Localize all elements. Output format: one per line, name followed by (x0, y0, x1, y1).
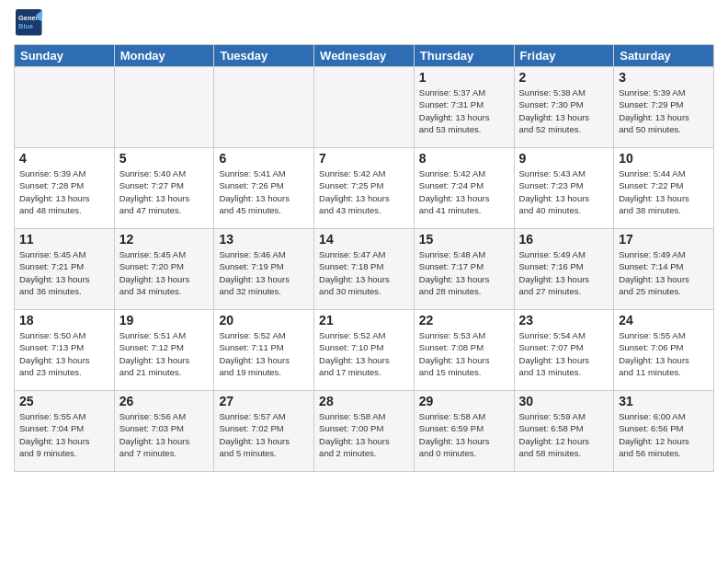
calendar-cell: 25Sunrise: 5:55 AM Sunset: 7:04 PM Dayli… (15, 391, 115, 472)
calendar-cell: 11Sunrise: 5:45 AM Sunset: 7:21 PM Dayli… (15, 229, 115, 310)
weekday-header-saturday: Saturday (614, 45, 714, 67)
calendar-cell: 24Sunrise: 5:55 AM Sunset: 7:06 PM Dayli… (614, 310, 714, 391)
day-info: Sunrise: 5:43 AM Sunset: 7:23 PM Dayligh… (519, 167, 609, 216)
day-info: Sunrise: 5:45 AM Sunset: 7:21 PM Dayligh… (19, 248, 109, 297)
day-info: Sunrise: 6:00 AM Sunset: 6:56 PM Dayligh… (619, 410, 709, 459)
calendar-cell: 7Sunrise: 5:42 AM Sunset: 7:25 PM Daylig… (314, 148, 415, 229)
day-number: 23 (519, 313, 609, 327)
weekday-header-thursday: Thursday (414, 45, 514, 67)
calendar-cell: 8Sunrise: 5:42 AM Sunset: 7:24 PM Daylig… (414, 148, 514, 229)
day-info: Sunrise: 5:55 AM Sunset: 7:06 PM Dayligh… (619, 329, 709, 378)
calendar-cell: 31Sunrise: 6:00 AM Sunset: 6:56 PM Dayli… (614, 391, 714, 472)
day-info: Sunrise: 5:57 AM Sunset: 7:02 PM Dayligh… (219, 410, 309, 459)
calendar-cell: 5Sunrise: 5:40 AM Sunset: 7:27 PM Daylig… (114, 148, 214, 229)
day-info: Sunrise: 5:49 AM Sunset: 7:16 PM Dayligh… (519, 248, 609, 297)
day-number: 29 (419, 394, 509, 408)
weekday-header-friday: Friday (514, 45, 614, 67)
calendar-cell (214, 67, 314, 148)
page-header: General Blue (14, 9, 714, 37)
calendar-cell (114, 67, 214, 148)
calendar-week-2: 4Sunrise: 5:39 AM Sunset: 7:28 PM Daylig… (15, 148, 714, 229)
calendar-cell: 3Sunrise: 5:39 AM Sunset: 7:29 PM Daylig… (614, 67, 714, 148)
calendar-table: SundayMondayTuesdayWednesdayThursdayFrid… (14, 44, 714, 472)
weekday-header-sunday: Sunday (15, 45, 115, 67)
day-number: 16 (519, 232, 609, 247)
svg-text:Blue: Blue (18, 22, 33, 30)
calendar-week-1: 1Sunrise: 5:37 AM Sunset: 7:31 PM Daylig… (15, 67, 714, 148)
logo-icon: General Blue (16, 9, 43, 37)
day-number: 12 (119, 232, 210, 247)
day-info: Sunrise: 5:48 AM Sunset: 7:17 PM Dayligh… (419, 248, 509, 297)
weekday-header-monday: Monday (114, 45, 214, 67)
day-info: Sunrise: 5:38 AM Sunset: 7:30 PM Dayligh… (519, 86, 609, 135)
day-number: 8 (419, 151, 509, 166)
day-info: Sunrise: 5:42 AM Sunset: 7:25 PM Dayligh… (319, 167, 409, 216)
calendar-cell: 19Sunrise: 5:51 AM Sunset: 7:12 PM Dayli… (114, 310, 214, 391)
day-number: 25 (19, 394, 109, 408)
logo: General Blue (14, 9, 43, 37)
calendar-cell: 27Sunrise: 5:57 AM Sunset: 7:02 PM Dayli… (214, 391, 314, 472)
day-number: 6 (219, 151, 309, 166)
calendar-cell: 16Sunrise: 5:49 AM Sunset: 7:16 PM Dayli… (514, 229, 614, 310)
day-number: 26 (119, 394, 210, 408)
day-number: 21 (319, 313, 409, 327)
day-info: Sunrise: 5:39 AM Sunset: 7:29 PM Dayligh… (619, 86, 709, 135)
day-info: Sunrise: 5:42 AM Sunset: 7:24 PM Dayligh… (419, 167, 509, 216)
day-number: 18 (19, 313, 109, 327)
calendar-cell: 14Sunrise: 5:47 AM Sunset: 7:18 PM Dayli… (314, 229, 415, 310)
day-info: Sunrise: 5:49 AM Sunset: 7:14 PM Dayligh… (619, 248, 709, 297)
day-number: 24 (619, 313, 709, 327)
calendar-cell: 15Sunrise: 5:48 AM Sunset: 7:17 PM Dayli… (414, 229, 514, 310)
weekday-header-wednesday: Wednesday (314, 45, 415, 67)
calendar-cell: 13Sunrise: 5:46 AM Sunset: 7:19 PM Dayli… (214, 229, 314, 310)
day-number: 13 (219, 232, 309, 247)
day-number: 15 (419, 232, 509, 247)
calendar-cell (15, 67, 115, 148)
calendar-cell: 21Sunrise: 5:52 AM Sunset: 7:10 PM Dayli… (314, 310, 415, 391)
day-number: 2 (519, 70, 609, 85)
day-number: 3 (619, 70, 709, 85)
day-info: Sunrise: 5:47 AM Sunset: 7:18 PM Dayligh… (319, 248, 409, 297)
day-info: Sunrise: 5:54 AM Sunset: 7:07 PM Dayligh… (519, 329, 609, 378)
day-info: Sunrise: 5:51 AM Sunset: 7:12 PM Dayligh… (119, 329, 210, 378)
day-info: Sunrise: 5:37 AM Sunset: 7:31 PM Dayligh… (419, 86, 509, 135)
calendar-cell: 29Sunrise: 5:58 AM Sunset: 6:59 PM Dayli… (414, 391, 514, 472)
day-info: Sunrise: 5:52 AM Sunset: 7:11 PM Dayligh… (219, 329, 309, 378)
day-info: Sunrise: 5:58 AM Sunset: 7:00 PM Dayligh… (319, 410, 409, 459)
day-number: 30 (519, 394, 609, 408)
day-info: Sunrise: 5:52 AM Sunset: 7:10 PM Dayligh… (319, 329, 409, 378)
calendar-cell: 2Sunrise: 5:38 AM Sunset: 7:30 PM Daylig… (514, 67, 614, 148)
day-number: 27 (219, 394, 309, 408)
day-number: 7 (319, 151, 409, 166)
calendar-cell: 4Sunrise: 5:39 AM Sunset: 7:28 PM Daylig… (15, 148, 115, 229)
day-number: 5 (119, 151, 210, 166)
day-info: Sunrise: 5:56 AM Sunset: 7:03 PM Dayligh… (119, 410, 210, 459)
day-info: Sunrise: 5:58 AM Sunset: 6:59 PM Dayligh… (419, 410, 509, 459)
calendar-cell: 28Sunrise: 5:58 AM Sunset: 7:00 PM Dayli… (314, 391, 415, 472)
calendar-cell: 20Sunrise: 5:52 AM Sunset: 7:11 PM Dayli… (214, 310, 314, 391)
calendar-cell: 9Sunrise: 5:43 AM Sunset: 7:23 PM Daylig… (514, 148, 614, 229)
day-number: 14 (319, 232, 409, 247)
day-info: Sunrise: 5:59 AM Sunset: 6:58 PM Dayligh… (519, 410, 609, 459)
calendar-cell: 22Sunrise: 5:53 AM Sunset: 7:08 PM Dayli… (414, 310, 514, 391)
weekday-header-row: SundayMondayTuesdayWednesdayThursdayFrid… (15, 45, 714, 67)
calendar-cell: 26Sunrise: 5:56 AM Sunset: 7:03 PM Dayli… (114, 391, 214, 472)
calendar-cell: 18Sunrise: 5:50 AM Sunset: 7:13 PM Dayli… (15, 310, 115, 391)
day-number: 28 (319, 394, 409, 408)
day-number: 19 (119, 313, 210, 327)
day-info: Sunrise: 5:39 AM Sunset: 7:28 PM Dayligh… (19, 167, 109, 216)
weekday-header-tuesday: Tuesday (214, 45, 314, 67)
page-container: General Blue SundayMondayTuesdayWednesda… (0, 0, 728, 563)
calendar-cell: 6Sunrise: 5:41 AM Sunset: 7:26 PM Daylig… (214, 148, 314, 229)
day-info: Sunrise: 5:40 AM Sunset: 7:27 PM Dayligh… (119, 167, 210, 216)
calendar-cell: 23Sunrise: 5:54 AM Sunset: 7:07 PM Dayli… (514, 310, 614, 391)
calendar-week-5: 25Sunrise: 5:55 AM Sunset: 7:04 PM Dayli… (15, 391, 714, 472)
day-number: 9 (519, 151, 609, 166)
day-info: Sunrise: 5:53 AM Sunset: 7:08 PM Dayligh… (419, 329, 509, 378)
calendar-cell: 17Sunrise: 5:49 AM Sunset: 7:14 PM Dayli… (614, 229, 714, 310)
day-info: Sunrise: 5:46 AM Sunset: 7:19 PM Dayligh… (219, 248, 309, 297)
day-number: 20 (219, 313, 309, 327)
day-info: Sunrise: 5:44 AM Sunset: 7:22 PM Dayligh… (619, 167, 709, 216)
day-number: 31 (619, 394, 709, 408)
day-number: 4 (19, 151, 109, 166)
